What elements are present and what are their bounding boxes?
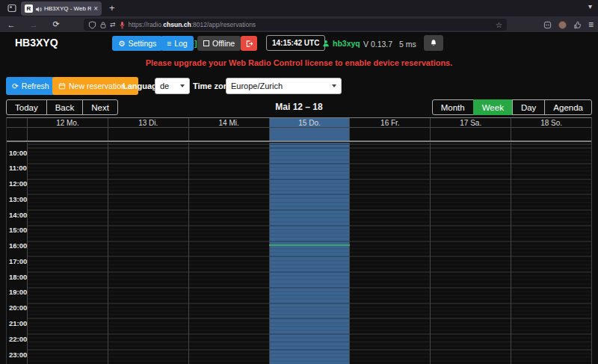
header-divider — [7, 141, 591, 142]
time-grid[interactable]: 10:00 11:00 12:00 13:00 14:00 15:00 16:0… — [7, 143, 591, 364]
lock-icon[interactable] — [99, 21, 107, 29]
time-label: 12:00 — [9, 179, 27, 188]
tab-list-chevron-icon[interactable]: ▾ — [588, 2, 592, 10]
offline-label: Offline — [212, 39, 235, 48]
gutter-cell — [7, 118, 27, 127]
settings-label: Settings — [128, 39, 156, 48]
tab-title: HB3XYQ - Web Radio Cont — [44, 5, 91, 12]
day-column[interactable] — [349, 143, 430, 364]
allday-cell-today[interactable] — [269, 128, 350, 141]
license-warning: Please upgrade your Web Radio Control li… — [0, 58, 598, 67]
day-column[interactable] — [511, 143, 591, 364]
day-column[interactable] — [188, 143, 269, 364]
week-calendar: 12 Mo. 13 Di. 14 Mi. 15 Do. 16 Fr. 17 Sa… — [6, 117, 592, 364]
time-label: 20:00 — [9, 303, 27, 312]
app-brand: HB3XYQ — [15, 37, 58, 49]
refresh-icon: ⟳ — [12, 81, 19, 90]
new-tab-button[interactable]: + — [109, 2, 115, 13]
day-column[interactable] — [108, 143, 188, 364]
timezone-select[interactable]: Europe/Zurich — [226, 78, 342, 94]
offline-toggle-button[interactable]: Offline — [197, 36, 241, 51]
time-label: 14:00 — [9, 211, 27, 219]
language-select[interactable]: de — [155, 78, 190, 94]
day-header[interactable]: 17 Sa. — [430, 118, 511, 127]
language-value: de — [160, 81, 169, 90]
allday-cell[interactable] — [188, 128, 269, 141]
refresh-button[interactable]: ⟳ Refresh — [6, 77, 55, 95]
logged-in-user: hb3xyq — [322, 39, 360, 48]
controls-row: ⟳ Refresh New reservation... Language: d… — [0, 77, 598, 95]
url-prefix: https://radio. — [129, 21, 164, 28]
browser-toolbar: ← → ⟳ ⇄ https://radio.chsun.ch:8012/app/… — [0, 16, 598, 33]
day-column[interactable] — [430, 143, 511, 364]
day-header[interactable]: 16 Fr. — [349, 118, 430, 127]
container-switch-icon[interactable]: ⇄ — [110, 21, 116, 28]
reload-button[interactable]: ⟳ — [48, 19, 64, 29]
time-label: 21:00 — [9, 319, 27, 327]
microphone-active-icon[interactable] — [119, 21, 126, 29]
allday-cell[interactable] — [349, 128, 430, 141]
browser-tab[interactable]: R HB3XYQ - Web Radio Cont × — [21, 1, 102, 16]
url-domain: chsun.ch — [163, 21, 191, 28]
url-bar[interactable]: ⇄ https://radio.chsun.ch:8012/app/reserv… — [84, 19, 507, 31]
current-time-indicator — [269, 244, 350, 246]
app-version: V 0.13.7 — [363, 40, 392, 49]
forward-button[interactable]: → — [25, 20, 42, 29]
day-columns — [7, 143, 591, 364]
notifications-button[interactable] — [424, 35, 443, 51]
settings-button[interactable]: ⚙ Settings — [112, 36, 162, 51]
extension-thumb-icon[interactable] — [573, 21, 582, 29]
firefox-view-button[interactable] — [5, 2, 19, 14]
view-button-group: Month Week Day Agenda — [432, 99, 592, 115]
screen: R HB3XYQ - Web Radio Cont × + ▾ ← → ⟳ ⇄ … — [0, 0, 598, 364]
menu-icon[interactable]: ≡ — [588, 19, 594, 30]
timezone-value: Europe/Zurich — [231, 81, 283, 90]
time-label: 10:00 — [9, 149, 27, 157]
time-label: 19:00 — [9, 288, 27, 296]
time-label: 17:00 — [9, 257, 27, 265]
time-label: 16:00 — [9, 241, 27, 250]
allday-cell[interactable] — [430, 128, 511, 141]
back-button[interactable]: ← — [3, 20, 19, 29]
day-header[interactable]: 13 Di. — [108, 118, 188, 127]
user-icon — [322, 40, 330, 47]
time-label: 23:00 — [9, 351, 27, 359]
time-gutter — [7, 143, 27, 364]
logout-icon — [245, 40, 253, 48]
tab-favicon: R — [25, 4, 33, 13]
view-month-button[interactable]: Month — [432, 99, 474, 115]
day-column[interactable] — [27, 143, 108, 364]
day-column[interactable] — [269, 143, 350, 364]
bookmark-star-icon[interactable]: ☆ — [496, 21, 502, 29]
firefox-view-icon — [7, 4, 16, 13]
day-header[interactable]: 18 So. — [511, 118, 591, 127]
app-page: HB3XYQ [device] ▾ ⚙ Settings ≡ Log Offli… — [0, 33, 598, 364]
time-label: 13:00 — [9, 195, 27, 203]
tab-close-icon[interactable]: × — [93, 5, 98, 13]
day-header[interactable]: 12 Mo. — [27, 118, 108, 127]
shield-permissions-icon[interactable] — [88, 21, 96, 29]
log-button[interactable]: ≡ Log — [161, 36, 194, 51]
time-label: 11:00 — [9, 164, 27, 172]
username: hb3xyq — [333, 39, 360, 48]
allday-cell[interactable] — [511, 128, 591, 141]
day-header[interactable]: 14 Mi. — [188, 118, 269, 127]
view-week-button[interactable]: Week — [473, 99, 513, 115]
view-day-button[interactable]: Day — [512, 99, 545, 115]
chevron-down-icon — [180, 84, 185, 87]
logout-button[interactable] — [241, 36, 257, 51]
allday-cell[interactable] — [27, 128, 108, 141]
allday-cell[interactable] — [108, 128, 188, 141]
tab-audio-icon[interactable] — [35, 2, 42, 16]
bell-icon — [430, 39, 437, 47]
view-agenda-button[interactable]: Agenda — [544, 99, 592, 115]
log-label: Log — [174, 39, 188, 48]
url-text: https://radio.chsun.ch:8012/app/reservat… — [129, 21, 493, 28]
gear-icon: ⚙ — [118, 39, 125, 48]
extension-badge-icon[interactable] — [543, 21, 552, 29]
day-header-row: 12 Mo. 13 Di. 14 Mi. 15 Do. 16 Fr. 17 Sa… — [7, 118, 591, 128]
list-icon: ≡ — [167, 39, 171, 48]
day-header-today[interactable]: 15 Do. — [269, 118, 350, 127]
refresh-label: Refresh — [22, 81, 49, 90]
extension-avatar-icon[interactable] — [558, 21, 567, 29]
